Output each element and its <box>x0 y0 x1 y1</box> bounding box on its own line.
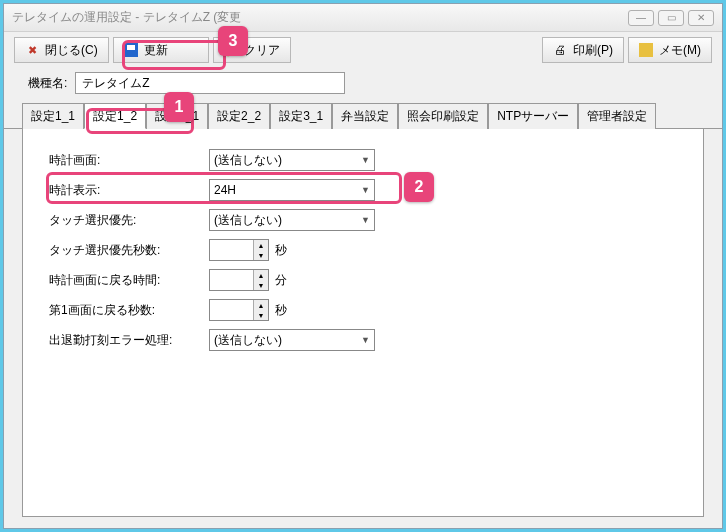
return-first-unit: 秒 <box>275 302 287 319</box>
save-icon <box>124 43 138 57</box>
tab-strip: 設定1_1 設定1_2 設定2_1 設定2_2 設定3_1 弁当設定 照会印刷設… <box>4 102 722 129</box>
chevron-down-icon: ▼ <box>361 335 370 345</box>
tab-settei2-2[interactable]: 設定2_2 <box>208 103 270 129</box>
tab-bento[interactable]: 弁当設定 <box>332 103 398 129</box>
row-return-clock: 時計画面に戻る時間: ▲▼ 分 <box>49 265 677 295</box>
clear-label: クリア <box>244 42 280 59</box>
update-label: 更新 <box>144 42 168 59</box>
print-button[interactable]: 印刷(P) <box>542 37 624 63</box>
touch-priority-select[interactable]: (送信しない) ▼ <box>209 209 375 231</box>
close-button[interactable]: 閉じる(C) <box>14 37 109 63</box>
return-first-label: 第1画面に戻る秒数: <box>49 302 209 319</box>
tab-admin[interactable]: 管理者設定 <box>578 103 656 129</box>
touch-priority-sec-input[interactable] <box>210 240 253 260</box>
model-value: テレタイムZ <box>82 75 149 92</box>
clock-display-label: 時計表示: <box>49 182 209 199</box>
return-clock-spinner[interactable]: ▲▼ <box>209 269 269 291</box>
model-label: 機種名: <box>28 75 67 92</box>
update-button[interactable]: 更新 <box>113 37 209 63</box>
touch-priority-sec-label: タッチ選択優先秒数: <box>49 242 209 259</box>
memo-label: メモ(M) <box>659 42 701 59</box>
clock-display-select[interactable]: 24H ▼ <box>209 179 375 201</box>
row-punch-error: 出退勤打刻エラー処理: (送信しない) ▼ <box>49 325 677 355</box>
minimize-button[interactable]: — <box>628 10 654 26</box>
row-return-first: 第1画面に戻る秒数: ▲▼ 秒 <box>49 295 677 325</box>
chevron-down-icon: ▼ <box>361 215 370 225</box>
return-first-input[interactable] <box>210 300 253 320</box>
window-title: テレタイムの運用設定 - テレタイムZ (変更 <box>12 9 628 26</box>
window-button-group: — ▭ ✕ <box>628 10 714 26</box>
touch-priority-value: (送信しない) <box>214 212 282 229</box>
main-window: テレタイムの運用設定 - テレタイムZ (変更 — ▭ ✕ 閉じる(C) 更新 … <box>3 3 723 529</box>
chevron-down-icon: ▼ <box>361 155 370 165</box>
tab-settei3-1[interactable]: 設定3_1 <box>270 103 332 129</box>
tab-settei1-2[interactable]: 設定1_2 <box>84 103 146 129</box>
model-input[interactable]: テレタイムZ <box>75 72 345 94</box>
tab-ntp-server[interactable]: NTPサーバー <box>488 103 578 129</box>
clock-screen-value: (送信しない) <box>214 152 282 169</box>
spin-down-icon[interactable]: ▼ <box>254 250 268 260</box>
touch-priority-sec-unit: 秒 <box>275 242 287 259</box>
toolbar: 閉じる(C) 更新 クリア 印刷(P) メモ(M) <box>4 32 722 68</box>
chevron-down-icon: ▼ <box>361 185 370 195</box>
return-clock-label: 時計画面に戻る時間: <box>49 272 209 289</box>
spin-up-icon[interactable]: ▲ <box>254 270 268 280</box>
model-row: 機種名: テレタイムZ <box>4 68 722 102</box>
return-clock-unit: 分 <box>275 272 287 289</box>
touch-priority-label: タッチ選択優先: <box>49 212 209 229</box>
tab-panel: 時計画面: (送信しない) ▼ 時計表示: 24H ▼ タッチ選択優先: (送信… <box>22 129 704 517</box>
spin-up-icon[interactable]: ▲ <box>254 300 268 310</box>
touch-priority-sec-spinner[interactable]: ▲▼ <box>209 239 269 261</box>
punch-error-value: (送信しない) <box>214 332 282 349</box>
clock-screen-label: 時計画面: <box>49 152 209 169</box>
print-label: 印刷(P) <box>573 42 613 59</box>
return-first-spinner[interactable]: ▲▼ <box>209 299 269 321</box>
clock-display-value: 24H <box>214 183 236 197</box>
row-clock-screen: 時計画面: (送信しない) ▼ <box>49 145 677 175</box>
tab-settei1-1[interactable]: 設定1_1 <box>22 103 84 129</box>
punch-error-select[interactable]: (送信しない) ▼ <box>209 329 375 351</box>
callout-2: 2 <box>404 172 434 202</box>
callout-3: 3 <box>218 26 248 56</box>
titlebar: テレタイムの運用設定 - テレタイムZ (変更 — ▭ ✕ <box>4 4 722 32</box>
print-icon <box>553 43 567 57</box>
punch-error-label: 出退勤打刻エラー処理: <box>49 332 209 349</box>
spin-up-icon[interactable]: ▲ <box>254 240 268 250</box>
maximize-button[interactable]: ▭ <box>658 10 684 26</box>
close-window-button[interactable]: ✕ <box>688 10 714 26</box>
memo-icon <box>639 43 653 57</box>
row-touch-priority-sec: タッチ選択優先秒数: ▲▼ 秒 <box>49 235 677 265</box>
clock-screen-select[interactable]: (送信しない) ▼ <box>209 149 375 171</box>
row-touch-priority: タッチ選択優先: (送信しない) ▼ <box>49 205 677 235</box>
tab-shokai-print[interactable]: 照会印刷設定 <box>398 103 488 129</box>
row-clock-display: 時計表示: 24H ▼ <box>49 175 677 205</box>
close-icon <box>25 43 39 57</box>
close-label: 閉じる(C) <box>45 42 98 59</box>
callout-1: 1 <box>164 92 194 122</box>
spin-down-icon[interactable]: ▼ <box>254 280 268 290</box>
return-clock-input[interactable] <box>210 270 253 290</box>
spin-down-icon[interactable]: ▼ <box>254 310 268 320</box>
memo-button[interactable]: メモ(M) <box>628 37 712 63</box>
